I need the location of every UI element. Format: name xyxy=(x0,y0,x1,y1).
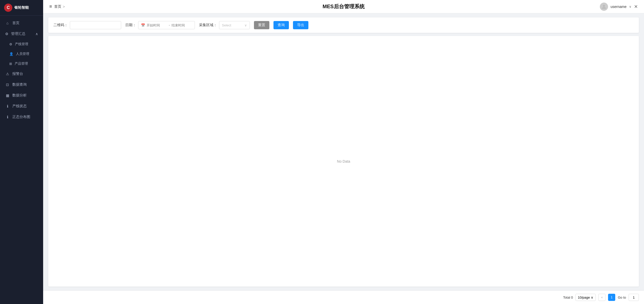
alarm-label: 报警台 xyxy=(12,72,23,76)
pagination-total: Total 0 xyxy=(563,296,573,299)
no-data-text: No Data xyxy=(337,159,350,163)
select-chevron-icon: ∨ xyxy=(244,23,247,27)
breadcrumb-separator: > xyxy=(63,5,65,9)
sidebar-logo: C 银轮智能 xyxy=(0,0,43,16)
page-title: MES后台管理系统 xyxy=(323,3,364,10)
user-dropdown-icon[interactable]: ∨ xyxy=(629,5,631,8)
date-range-separator: - xyxy=(169,23,170,27)
pagination-bar: Total 0 10/page ∨ ‹ 1 Go to xyxy=(43,291,644,304)
data-analysis-icon: ▦ xyxy=(5,93,10,98)
date-label: 日期： xyxy=(125,23,136,27)
data-query-icon: ⊡ xyxy=(5,82,10,87)
personnel-label: 人员管理 xyxy=(16,52,29,56)
goto-label: Go to xyxy=(618,296,626,299)
logo-text: 银轮智能 xyxy=(14,5,29,10)
qr-label: 二维码： xyxy=(53,23,68,27)
personnel-icon: 👤 xyxy=(9,52,13,56)
line-status-icon: ℹ xyxy=(5,104,10,109)
avatar xyxy=(600,3,608,11)
header-right: username ∨ ✕ xyxy=(600,3,638,11)
close-icon[interactable]: ✕ xyxy=(634,4,638,9)
sidebar-item-line-status[interactable]: ℹ 产线状态 xyxy=(0,101,43,112)
sidebar-item-normal-dist[interactable]: ℹ 正态分布图 xyxy=(0,112,43,122)
select-value: Select xyxy=(222,23,231,27)
sidebar-item-management[interactable]: ⚙ 管理汇总 ∧ xyxy=(0,28,43,39)
top-header: ≡ 首页 > MES后台管理系统 username ∨ ✕ xyxy=(43,0,644,13)
calendar-icon: 📅 xyxy=(141,23,145,27)
qr-input[interactable] xyxy=(70,21,121,29)
export-button[interactable]: 导出 xyxy=(293,21,308,29)
data-analysis-label: 数据分析 xyxy=(12,93,27,98)
page-size-select[interactable]: 10/page ∨ xyxy=(575,294,596,301)
management-icon: ⚙ xyxy=(5,32,8,36)
sidebar-item-product[interactable]: ⊞ 产品管理 xyxy=(0,59,43,68)
product-label: 产品管理 xyxy=(15,61,28,66)
menu-toggle-icon[interactable]: ≡ xyxy=(49,4,52,9)
reset-button[interactable]: 重置 xyxy=(254,21,269,29)
username-label: username xyxy=(611,5,627,9)
sidebar-home-label: 首页 xyxy=(12,21,20,25)
filter-bar: 二维码： 日期： 📅 - 采集区域： Select ∨ 重置 xyxy=(48,17,639,33)
home-icon: ⌂ xyxy=(5,21,10,25)
sidebar-item-data-query[interactable]: ⊡ 数据查询 xyxy=(0,79,43,90)
management-label: 管理汇总 xyxy=(11,32,25,36)
sidebar-nav: ⌂ 首页 ⚙ 管理汇总 ∧ ⚙ 产线管理 👤 人员管理 ⊞ 产品管理 ⚠ 报警台… xyxy=(0,16,43,304)
content-area: 二维码： 日期： 📅 - 采集区域： Select ∨ 重置 xyxy=(43,13,644,291)
normal-dist-icon: ℹ xyxy=(5,115,10,119)
logo-icon: C xyxy=(4,4,12,12)
current-page-button[interactable]: 1 xyxy=(608,294,615,301)
data-table-area: No Data xyxy=(48,36,639,287)
breadcrumb-home[interactable]: 首页 xyxy=(54,4,61,9)
collection-area-label: 采集区域： xyxy=(199,23,217,27)
data-query-label: 数据查询 xyxy=(12,82,27,87)
query-button[interactable]: 查询 xyxy=(273,21,289,29)
qr-filter-item: 二维码： xyxy=(53,21,121,29)
goto-input[interactable] xyxy=(629,294,639,301)
prev-page-button[interactable]: ‹ xyxy=(598,294,605,301)
production-line-icon: ⚙ xyxy=(9,42,12,46)
page-size-chevron-icon: ∨ xyxy=(591,296,593,299)
collection-area-filter-item: 采集区域： Select ∨ xyxy=(199,21,250,29)
collection-area-select[interactable]: Select ∨ xyxy=(219,21,250,29)
normal-dist-label: 正态分布图 xyxy=(12,115,30,119)
line-status-label: 产线状态 xyxy=(12,104,27,109)
start-date-input[interactable] xyxy=(147,23,167,27)
date-filter-item: 日期： 📅 - xyxy=(125,21,195,29)
sidebar: C 银轮智能 ⌂ 首页 ⚙ 管理汇总 ∧ ⚙ 产线管理 👤 人员管理 ⊞ 产品管… xyxy=(0,0,43,304)
production-line-label: 产线管理 xyxy=(15,42,28,46)
breadcrumb: 首页 > xyxy=(54,4,65,9)
header-left: ≡ 首页 > xyxy=(49,4,65,9)
sidebar-item-production-line[interactable]: ⚙ 产线管理 xyxy=(0,39,43,49)
alarm-icon: ⚠ xyxy=(5,72,10,76)
svg-point-0 xyxy=(603,5,605,7)
main-area: ≡ 首页 > MES后台管理系统 username ∨ ✕ 二维码： xyxy=(43,0,644,304)
sidebar-item-data-analysis[interactable]: ▦ 数据分析 xyxy=(0,90,43,101)
end-date-input[interactable] xyxy=(172,23,192,27)
chevron-up-icon: ∧ xyxy=(35,32,38,36)
date-range-picker[interactable]: 📅 - xyxy=(138,21,195,29)
sidebar-item-alarm[interactable]: ⚠ 报警台 xyxy=(0,68,43,79)
product-icon: ⊞ xyxy=(9,62,12,66)
sidebar-item-personnel[interactable]: 👤 人员管理 xyxy=(0,49,43,59)
page-size-value: 10/page xyxy=(578,296,590,299)
sidebar-item-home[interactable]: ⌂ 首页 xyxy=(0,18,43,28)
